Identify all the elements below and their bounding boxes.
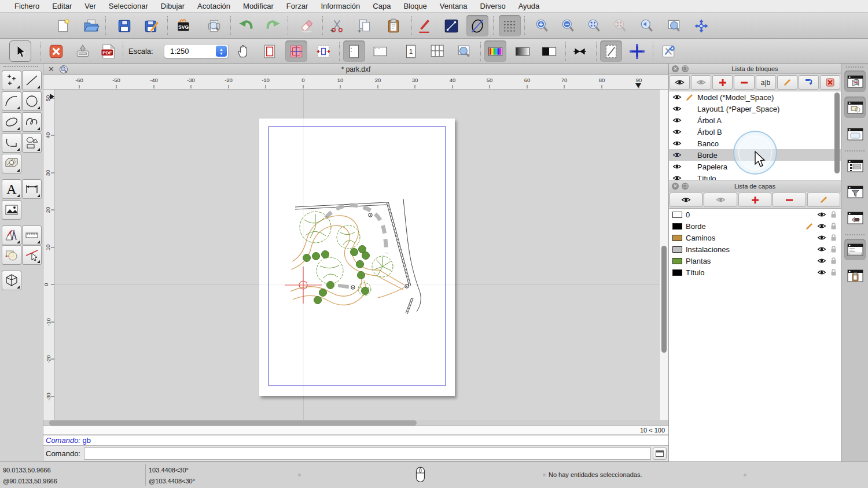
ellipse-slash-button[interactable] xyxy=(466,15,488,36)
panel-float-icon[interactable]: ❐ xyxy=(682,65,689,72)
visibility-eye-icon[interactable] xyxy=(672,128,682,135)
copy-button[interactable] xyxy=(354,15,376,36)
command-popout-button[interactable] xyxy=(653,448,667,460)
zoom-out-button[interactable] xyxy=(557,15,579,36)
auto-fit-page-button[interactable] xyxy=(312,40,334,62)
layer-row[interactable]: 0 xyxy=(669,209,841,220)
spline-tool-button[interactable] xyxy=(22,112,42,132)
modify-tool-button[interactable] xyxy=(2,245,21,265)
dimension-tool-button[interactable] xyxy=(22,179,42,199)
add-block-button[interactable] xyxy=(712,75,733,90)
layer-row[interactable]: Título xyxy=(669,267,841,278)
lock-icon[interactable] xyxy=(830,245,837,253)
menu-forzar[interactable]: Forzar xyxy=(280,0,315,13)
toggle-library-browser[interactable] xyxy=(844,123,866,145)
visibility-eye-icon[interactable] xyxy=(672,175,682,180)
visibility-eye-icon[interactable] xyxy=(817,234,826,241)
lock-icon[interactable] xyxy=(830,257,837,265)
arc-tool-button[interactable] xyxy=(2,91,21,111)
edit-block-button[interactable] xyxy=(777,75,797,90)
block-list-scrollbar[interactable] xyxy=(834,93,840,179)
remove-layer-button[interactable] xyxy=(773,193,806,207)
new-file-button[interactable] xyxy=(53,15,75,36)
redo-button[interactable] xyxy=(262,15,284,36)
paper-grid-button[interactable] xyxy=(285,40,307,62)
block-row[interactable]: Árbol B xyxy=(669,126,841,138)
snap-tool-button[interactable] xyxy=(22,245,42,265)
show-all-blocks-button[interactable] xyxy=(670,75,690,90)
purge-block-button[interactable] xyxy=(820,75,840,90)
pdf-export-button[interactable]: PDF xyxy=(97,40,119,62)
single-page-button[interactable]: 1 xyxy=(400,40,422,62)
visibility-eye-icon[interactable] xyxy=(672,163,682,170)
panel-float-icon[interactable]: ❐ xyxy=(682,183,689,190)
visibility-eye-icon[interactable] xyxy=(672,105,682,112)
toggle-command-line[interactable] xyxy=(844,239,866,260)
visibility-eye-icon[interactable] xyxy=(817,223,826,230)
menu-diverso[interactable]: Diverso xyxy=(474,0,512,13)
hatch-tool-button[interactable] xyxy=(2,154,21,173)
show-all-layers-button[interactable] xyxy=(670,193,703,207)
line-tool-palette-button[interactable] xyxy=(22,71,42,90)
eraser-button[interactable] xyxy=(296,15,318,36)
point-tool-button[interactable] xyxy=(2,71,21,90)
block-row[interactable]: Layout1 (*Paper_Space) xyxy=(669,103,841,114)
add-layer-button[interactable] xyxy=(738,193,771,207)
rename-block-button[interactable]: a|b xyxy=(756,75,776,90)
layer-row[interactable]: Borde xyxy=(669,220,841,232)
hairline-mode-button[interactable] xyxy=(569,40,591,62)
circle-tool-button[interactable] xyxy=(22,91,42,111)
selection-pointer-button[interactable] xyxy=(9,40,31,62)
toggle-layer-list-panel[interactable] xyxy=(844,97,866,118)
draw-pencil-button[interactable] xyxy=(413,15,435,36)
menu-editar[interactable]: Editar xyxy=(46,0,78,13)
open-file-button[interactable] xyxy=(80,15,102,36)
drawing-canvas[interactable] xyxy=(55,90,668,420)
block-row[interactable]: Árbol A xyxy=(669,114,841,126)
landscape-page-button[interactable] xyxy=(369,40,391,62)
block-row[interactable]: Banco xyxy=(669,138,841,149)
menu-seleccionar[interactable]: Seleccionar xyxy=(102,0,155,13)
save-as-button[interactable] xyxy=(141,15,163,36)
canvas-vertical-scrollbar[interactable] xyxy=(659,90,668,420)
line-tool-button[interactable] xyxy=(440,15,462,36)
grid-toggle-button[interactable] xyxy=(499,15,521,36)
move-paper-button[interactable] xyxy=(233,40,255,62)
zoom-selection-button[interactable] xyxy=(609,15,631,36)
zoom-window-button[interactable] xyxy=(663,15,685,36)
visibility-eye-icon[interactable] xyxy=(672,94,682,101)
polyline-tool-button[interactable] xyxy=(2,133,21,153)
visibility-eye-icon[interactable] xyxy=(672,117,682,124)
measure-tool-button[interactable] xyxy=(22,225,42,245)
previous-view-button[interactable] xyxy=(636,15,658,36)
edit-layer-button[interactable] xyxy=(807,193,840,207)
zoom-in-button[interactable] xyxy=(531,15,553,36)
zero-point-button[interactable] xyxy=(626,40,648,62)
multi-page-button[interactable] xyxy=(426,40,448,62)
portrait-page-button[interactable] xyxy=(343,40,365,62)
block-row[interactable]: Model (*Model_Space) xyxy=(669,91,841,103)
menu-ayuda[interactable]: Ayuda xyxy=(512,0,546,13)
insert-block-button[interactable] xyxy=(799,75,819,90)
tab-title[interactable]: * park.dxf xyxy=(43,65,668,73)
reset-button[interactable] xyxy=(45,40,67,62)
lock-icon[interactable] xyxy=(830,234,837,242)
hide-all-blocks-button[interactable] xyxy=(691,75,711,90)
menu-fichero[interactable]: Fichero xyxy=(8,0,46,13)
toggle-selection-filter[interactable] xyxy=(844,181,866,202)
visibility-eye-icon[interactable] xyxy=(817,246,826,253)
black-white-button[interactable] xyxy=(538,40,560,62)
visibility-eye-icon[interactable] xyxy=(817,269,826,276)
visibility-eye-icon[interactable] xyxy=(817,211,826,218)
block-row[interactable]: Título xyxy=(669,172,841,180)
command-input[interactable] xyxy=(84,448,651,460)
toggle-cam-panel[interactable] xyxy=(844,207,866,228)
layer-row[interactable]: Caminos xyxy=(669,232,841,243)
zoom-page-button[interactable] xyxy=(453,40,475,62)
toggle-clipboard-panel[interactable] xyxy=(844,265,866,286)
menu-capa[interactable]: Capa xyxy=(366,0,397,13)
visibility-eye-icon[interactable] xyxy=(672,151,682,158)
hide-all-layers-button[interactable] xyxy=(704,193,737,207)
menu-ventana[interactable]: Ventana xyxy=(433,0,474,13)
menu-modificar[interactable]: Modificar xyxy=(237,0,280,13)
